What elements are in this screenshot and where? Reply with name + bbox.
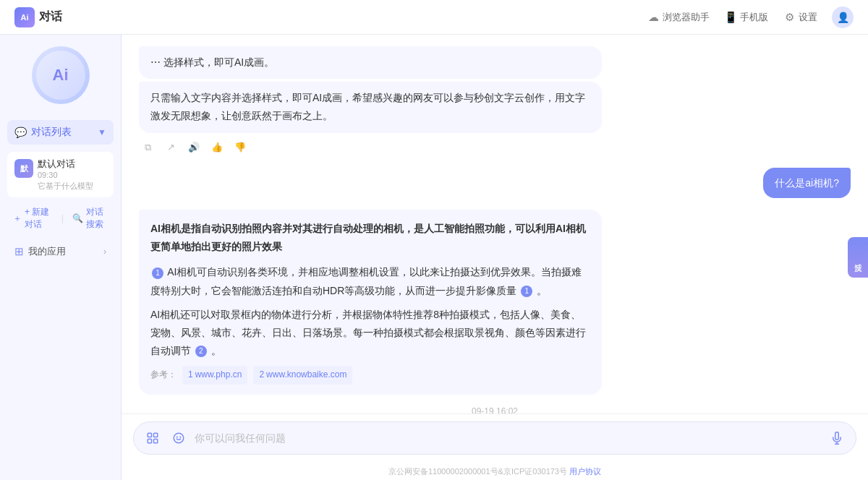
svg-point-6 [180,437,181,437]
my-apps-arrow: › [103,247,106,257]
mobile-btn[interactable]: 📱 手机版 [724,11,768,24]
ref-1-num: 1 [188,367,193,383]
assistant-msg1-p1: 1 AI相机可自动识别各类环境，并相应地调整相机设置，以此来让拍摄达到优异效果。… [150,263,590,299]
share-icon[interactable]: ↗ [162,139,179,156]
ref-link-1[interactable]: 1 www.php.cn [182,366,247,385]
sidebar-logo-inner: Ai [36,51,85,100]
ref-num-3: 2 [195,346,207,357]
dislike-icon[interactable]: 👎 [231,139,249,156]
user-agreement-link[interactable]: 用户协议 [569,467,601,476]
settings-btn[interactable]: ⚙ 设置 [783,11,817,24]
logo: Ai 对话 [14,7,62,27]
user-message-1: 什么是ai相机? [139,168,851,198]
sidebar-logo: Ai [32,46,90,104]
app-title: 对话 [39,9,62,25]
partial-text-1: ⋯ 选择样式，即可AI成画。 [150,56,274,68]
search-icon: 🔍 [72,213,83,223]
sidebar-action-row: ＋ + 新建对话 | 🔍 对话搜索 [7,203,114,233]
svg-point-5 [176,437,177,437]
default-conv-time: 09:30 [38,171,75,179]
ref-num-1: 1 [152,267,163,279]
grid-icon: ⊞ [14,245,24,258]
like-icon[interactable]: 👍 [208,139,226,156]
default-conversation-item[interactable]: 默 默认对话 09:30 它基于什么模型 [7,152,114,197]
user-bubble-1: 什么是ai相机? [763,168,851,198]
message-actions-1: ⧉ ↗ 🔊 👍 👎 [139,139,851,156]
attach-btn[interactable] [142,428,163,448]
browser-helper-icon: ☁ [647,11,660,24]
default-conv-title: 默认对话 [38,158,75,171]
conversation-list-section: 💬 对话列表 ▼ [7,120,114,145]
top-navigation: Ai 对话 ☁ 浏览器助手 📱 手机版 ⚙ 设置 👤 [0,0,868,35]
ref-2-num: 2 [259,367,264,383]
message-timestamp: 09-19 16:02 [139,406,851,413]
assistant-bubble-1: AI相机是指自动识别拍照内容并对其进行自动处理的相机，是人工智能拍照功能，可以利… [139,210,602,395]
message-refs: 参考： 1 www.php.cn 2 www.knowbaike.com [150,366,590,385]
ref-link-2[interactable]: 2 www.knowbaike.com [253,366,352,385]
message-assistant-partial: ⋯ 选择样式，即可AI成画。 只需输入文字内容并选择样式，即可AI成画，希望感兴… [139,46,851,156]
browser-helper-btn[interactable]: ☁ 浏览器助手 [647,11,710,24]
new-conversation-btn[interactable]: ＋ + 新建对话 [9,203,57,233]
svg-point-4 [174,433,184,443]
partial-message-bubble-2: 只需输入文字内容并选择样式，即可AI成画，希望感兴趣的网友可以参与秒创文字云创作… [139,82,602,132]
search-conversation-btn[interactable]: 🔍 对话搜索 [68,203,112,233]
main-layout: Ai 💬 对话列表 ▼ 默 默认对话 09:30 它基于什么模型 [0,35,868,480]
nav-actions: ☁ 浏览器助手 📱 手机版 ⚙ 设置 👤 [647,7,854,28]
chat-messages: ⋯ 选择样式，即可AI成画。 只需输入文字内容并选择样式，即可AI成画，希望感兴… [122,35,868,413]
default-conv-icon: 默 [14,159,33,178]
sidebar-logo-area: Ai [0,46,121,104]
plus-icon: ＋ [13,213,22,225]
mobile-icon: 📱 [724,11,737,24]
floating-feedback-btn[interactable]: 反馈 [848,237,868,278]
conversation-list-arrow: ▼ [98,127,106,137]
conversation-icon: 💬 [14,127,27,138]
emoji-btn[interactable] [169,428,189,448]
user-avatar[interactable]: 👤 [832,7,854,28]
partial-message-bubble: ⋯ 选择样式，即可AI成画。 [139,46,602,79]
chat-footer: 京公网安备11000002000001号&京ICP证030173号 用户协议 [122,462,868,480]
chat-input[interactable] [195,432,821,444]
default-conv-subtitle: 它基于什么模型 [14,181,106,192]
logo-icon: Ai [14,7,35,27]
assistant-msg1-bold: AI相机是指自动识别拍照内容并对其进行自动处理的相机，是人工智能拍照功能，可以利… [150,220,590,256]
ref-num-2: 1 [521,286,532,297]
chat-input-row [133,421,856,455]
assistant-msg1-p2: AI相机还可以对取景框内的物体进行分析，并根据物体特性推荐8种拍摄模式，包括人像… [150,306,590,361]
svg-rect-2 [148,440,151,443]
svg-rect-3 [154,440,158,443]
svg-rect-0 [148,433,151,437]
audio-icon[interactable]: 🔊 [185,139,203,156]
chat-input-area [122,413,868,462]
message-assistant-1: AI相机是指自动识别拍照内容并对其进行自动处理的相机，是人工智能拍照功能，可以利… [139,210,851,395]
conversation-list-header[interactable]: 💬 对话列表 ▼ [7,120,114,145]
chat-area: ⋯ 选择样式，即可AI成画。 只需输入文字内容并选择样式，即可AI成画，希望感兴… [122,35,868,480]
partial-text-2: 只需输入文字内容并选择样式，即可AI成画，希望感兴趣的网友可以参与秒创文字云创作… [150,92,585,121]
my-apps-item[interactable]: ⊞ 我的应用 › [7,239,114,264]
sidebar: Ai 💬 对话列表 ▼ 默 默认对话 09:30 它基于什么模型 [0,35,122,480]
sidebar-logo-text: Ai [53,66,69,85]
svg-rect-1 [154,433,158,437]
settings-icon: ⚙ [783,11,796,24]
copy-icon[interactable]: ⧉ [139,139,156,156]
mic-btn[interactable] [827,428,847,448]
